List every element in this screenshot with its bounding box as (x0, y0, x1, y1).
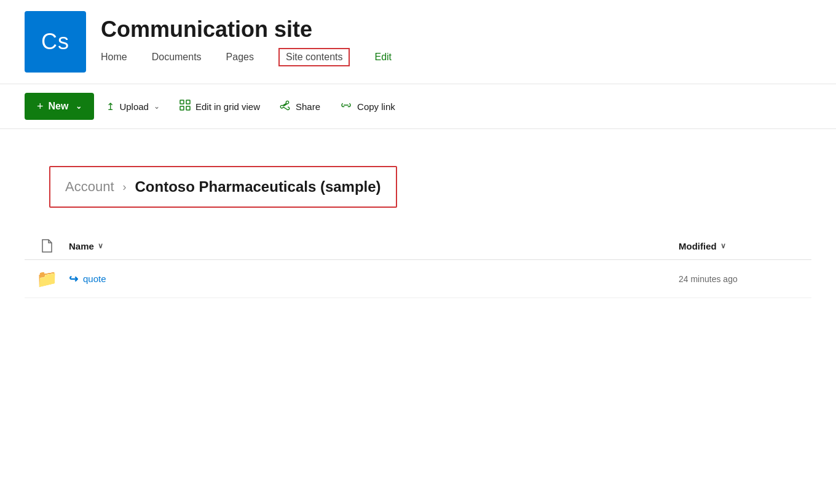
file-name-cell: ↪ quote (69, 272, 669, 286)
new-button[interactable]: + New ⌄ (25, 93, 94, 120)
logo-text: Cs (41, 29, 69, 55)
svg-rect-0 (180, 100, 184, 104)
folder-icon: 📁 (36, 269, 58, 289)
column-modified-label: Modified (679, 241, 717, 251)
upload-chevron-icon: ⌄ (154, 102, 160, 111)
copy-link-button[interactable]: Copy link (333, 95, 403, 117)
breadcrumb-separator: › (123, 181, 127, 194)
site-logo[interactable]: Cs (25, 11, 86, 73)
syncing-icon: ↪ (69, 272, 78, 286)
nav-item-home[interactable]: Home (101, 49, 127, 65)
link-icon (340, 100, 352, 112)
toolbar: + New ⌄ ↥ Upload ⌄ Edit in grid view Sha… (0, 84, 836, 129)
breadcrumb-current: Contoso Pharmaceuticals (sample) (135, 178, 381, 195)
upload-button[interactable]: ↥ Upload ⌄ (99, 96, 167, 117)
folder-icon-col: 📁 (34, 269, 59, 289)
nav-item-pages[interactable]: Pages (226, 49, 254, 65)
grid-icon (179, 100, 191, 113)
file-list: Name ∨ Modified ∨ 📁 ↪ quote 24 minutes a… (25, 232, 811, 298)
site-header: Cs Communication site Home Documents Pag… (0, 0, 836, 84)
share-button[interactable]: Share (272, 95, 328, 118)
plus-icon: + (37, 100, 44, 113)
file-name[interactable]: quote (83, 274, 106, 284)
breadcrumb: Account › Contoso Pharmaceuticals (sampl… (49, 166, 397, 208)
column-name-label: Name (69, 241, 94, 251)
nav-item-documents[interactable]: Documents (152, 49, 202, 65)
modified-sort-icon: ∨ (720, 242, 726, 250)
chevron-down-icon: ⌄ (76, 102, 82, 111)
file-list-header: Name ∨ Modified ∨ (25, 232, 811, 260)
upload-label: Upload (119, 101, 149, 112)
svg-rect-1 (186, 100, 190, 104)
new-button-label: New (49, 101, 69, 112)
breadcrumb-parent[interactable]: Account (65, 179, 114, 195)
edit-grid-label: Edit in grid view (195, 101, 260, 112)
site-title-nav: Communication site Home Documents Pages … (101, 17, 392, 66)
nav-item-edit[interactable]: Edit (374, 49, 392, 65)
site-nav: Home Documents Pages Site contents Edit (101, 48, 392, 66)
share-icon (280, 100, 291, 113)
column-name[interactable]: Name ∨ (69, 241, 669, 251)
copy-link-label: Copy link (357, 101, 395, 112)
svg-rect-2 (180, 106, 184, 110)
modified-cell: 24 minutes ago (679, 274, 802, 284)
share-label: Share (296, 101, 320, 112)
table-row[interactable]: 📁 ↪ quote 24 minutes ago (25, 260, 811, 298)
site-title: Communication site (101, 17, 392, 42)
nav-item-site-contents[interactable]: Site contents (278, 48, 350, 66)
header-icon-col (34, 238, 59, 253)
svg-rect-3 (186, 106, 190, 110)
column-modified[interactable]: Modified ∨ (679, 241, 802, 251)
upload-icon: ↥ (106, 101, 114, 112)
breadcrumb-wrapper: Account › Contoso Pharmaceuticals (sampl… (25, 148, 811, 220)
name-sort-icon: ∨ (98, 242, 103, 250)
edit-grid-button[interactable]: Edit in grid view (172, 95, 267, 118)
